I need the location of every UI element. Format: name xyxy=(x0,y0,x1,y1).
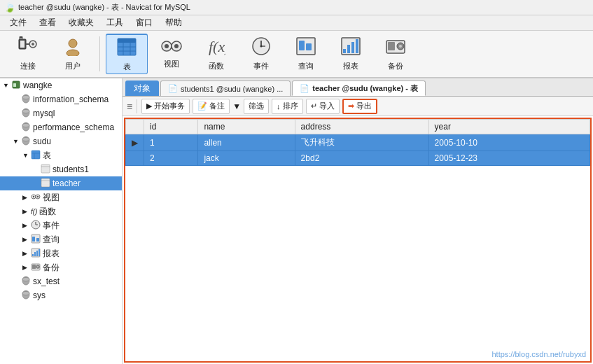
toolbar-btn-view[interactable]: 视图 xyxy=(151,34,193,74)
comment-btn[interactable]: 📝 备注 xyxy=(193,99,230,114)
tree-item-mysql[interactable]: mysql xyxy=(0,106,122,120)
svg-rect-11 xyxy=(118,38,136,43)
tree-arrow: ▼ xyxy=(3,82,11,89)
begin-transaction-btn[interactable]: ▶ 开始事务 xyxy=(141,99,190,114)
svg-rect-70 xyxy=(34,252,36,256)
tree-item-wangke[interactable]: ▼wangke xyxy=(0,78,122,92)
svg-text:f(x): f(x) xyxy=(209,38,225,55)
svg-rect-66 xyxy=(32,237,35,241)
menu-item-查看[interactable]: 查看 xyxy=(34,15,62,30)
tree-item-视图[interactable]: ▶视图 xyxy=(0,190,122,204)
svg-rect-72 xyxy=(39,249,40,256)
tree-item-performance_schema[interactable]: performance_schema xyxy=(0,120,122,134)
tab-objects[interactable]: 对象 xyxy=(125,80,159,96)
tree-item-报表[interactable]: ▶报表 xyxy=(0,246,122,260)
table-row[interactable]: ▶ 1 allen 飞升科技 2005-10-10 xyxy=(126,134,590,151)
tree-item-sx_test[interactable]: sx_test xyxy=(0,274,122,288)
toolbar-btn-function[interactable]: f(x)函数 xyxy=(195,34,237,74)
table-body: ▶ 1 allen 飞升科技 2005-10-10 2 jack 2bd2 20… xyxy=(126,134,590,166)
export-icon: ➡ xyxy=(348,102,354,111)
sort-btn[interactable]: ↓ 排序 xyxy=(272,99,303,114)
tree-node-icon xyxy=(41,164,50,176)
tree-label: 查询 xyxy=(43,234,60,246)
menu-icon[interactable]: ≡ xyxy=(127,101,132,112)
svg-rect-74 xyxy=(32,265,36,269)
tree-label: information_schema xyxy=(33,94,109,104)
toolbar-btn-report[interactable]: 报表 xyxy=(330,34,372,74)
svg-point-76 xyxy=(37,266,39,267)
tree-item-information_schema[interactable]: information_schema xyxy=(0,92,122,106)
connect-label: 连接 xyxy=(20,61,36,71)
tree-item-sudu[interactable]: ▼sudu xyxy=(0,134,122,148)
menu-item-窗口[interactable]: 窗口 xyxy=(130,15,158,30)
cell-address: 2bd2 xyxy=(295,151,428,166)
tree-node-icon xyxy=(31,248,41,260)
toolbar-btn-backup[interactable]: 备份 xyxy=(375,34,417,74)
import-btn[interactable]: ↵ 导入 xyxy=(306,99,340,114)
svg-rect-30 xyxy=(347,45,350,53)
svg-point-9 xyxy=(67,50,79,56)
comment-icon: 📝 xyxy=(197,102,207,111)
svg-point-80 xyxy=(22,291,29,295)
menu-item-帮助[interactable]: 帮助 xyxy=(160,15,188,30)
menu-bar: 文件查看收藏夹工具窗口帮助 xyxy=(0,15,593,31)
transaction-icon: ▶ xyxy=(146,102,152,111)
query-icon xyxy=(295,36,316,59)
cell-address: 飞升科技 xyxy=(295,134,428,151)
col-id: id xyxy=(144,120,198,134)
toolbar-btn-table[interactable]: 表 xyxy=(106,34,148,74)
toolbar-btn-event[interactable]: 事件 xyxy=(240,34,282,74)
tree-item-students1[interactable]: students1 xyxy=(0,162,122,176)
svg-point-61 xyxy=(37,195,39,197)
tree-label: 视图 xyxy=(43,192,60,204)
tree-label: wangke xyxy=(23,80,52,90)
event-icon xyxy=(251,36,271,59)
tree-arrow: ▶ xyxy=(22,264,31,271)
tree-item-表[interactable]: ▼表 xyxy=(0,148,122,162)
svg-rect-38 xyxy=(13,83,16,87)
tree-node-icon xyxy=(21,94,31,106)
tab-bar: 对象 📄 students1 @sudu (wangke) ... 📄 teac… xyxy=(123,78,593,97)
export-btn[interactable]: ➡ 导出 xyxy=(342,99,377,114)
svg-point-44 xyxy=(22,123,29,127)
svg-point-36 xyxy=(399,45,402,48)
tree-arrow: ▼ xyxy=(22,152,31,159)
toolbar-btn-query[interactable]: 查询 xyxy=(285,34,327,74)
tree-node-icon xyxy=(41,178,50,190)
cell-year: 2005-10-10 xyxy=(428,134,589,151)
tab-students1[interactable]: 📄 students1 @sudu (wangke) ... xyxy=(160,80,291,96)
filter-icon: ▼ xyxy=(232,102,241,111)
tree-label: 事件 xyxy=(43,220,60,232)
svg-rect-31 xyxy=(351,42,354,53)
query-label: 查询 xyxy=(298,61,314,71)
menu-item-文件[interactable]: 文件 xyxy=(4,15,32,30)
svg-point-78 xyxy=(22,277,29,281)
toolbar: 连接用户表视图f(x)函数事件查询报表备份 xyxy=(0,31,593,78)
view-label: 视图 xyxy=(164,59,179,69)
tree-node-icon: f() xyxy=(31,208,37,216)
tree-label: sx_test xyxy=(33,276,60,286)
toolbar-btn-connect[interactable]: 连接 xyxy=(7,34,49,74)
toolbar-btn-user[interactable]: 用户 xyxy=(52,34,94,74)
menu-item-工具[interactable]: 工具 xyxy=(101,15,129,30)
cell-year: 2005-12-23 xyxy=(428,151,589,166)
tree-item-函数[interactable]: ▶f()函数 xyxy=(0,204,122,218)
tree-item-teacher[interactable]: teacher xyxy=(0,176,122,190)
tree-item-备份[interactable]: ▶备份 xyxy=(0,260,122,274)
svg-rect-4 xyxy=(20,36,22,38)
menu-item-收藏夹[interactable]: 收藏夹 xyxy=(63,15,99,30)
tree-item-事件[interactable]: ▶事件 xyxy=(0,218,122,232)
tree-label: sudu xyxy=(33,136,51,146)
sort-icon: ↓ xyxy=(277,102,281,111)
tree-arrow: ▶ xyxy=(22,208,31,215)
tree-arrow: ▼ xyxy=(13,138,21,145)
tab-teacher[interactable]: 📄 teacher @sudu (wangke) - 表 xyxy=(292,80,426,96)
tree-item-sys[interactable]: sys xyxy=(0,288,122,302)
tree-node-icon xyxy=(31,192,41,203)
cell-name: allen xyxy=(198,134,295,151)
filter-btn[interactable]: 筛选 xyxy=(244,99,269,114)
table-row[interactable]: 2 jack 2bd2 2005-12-23 xyxy=(126,151,590,166)
tree-node-icon xyxy=(21,122,31,134)
tree-item-查询[interactable]: ▶查询 xyxy=(0,232,122,246)
svg-point-17 xyxy=(165,44,169,48)
